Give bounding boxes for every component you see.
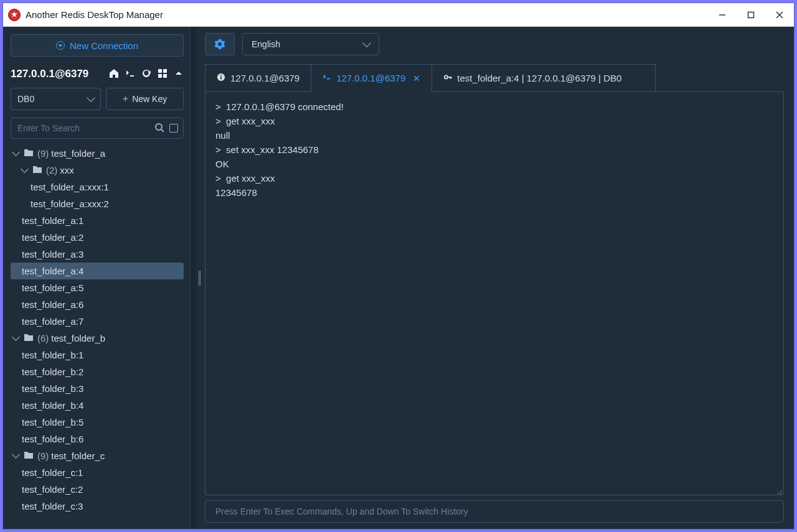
tree-folder[interactable]: (2) xxx xyxy=(11,162,184,179)
tree-key[interactable]: test_folder_c:1 xyxy=(11,464,184,481)
db-select[interactable]: DB0 xyxy=(11,88,101,110)
console-output[interactable]: > 127.0.0.1@6379 connected!> get xxx_xxx… xyxy=(205,92,784,495)
search-input-wrapper xyxy=(11,118,184,139)
tree-key[interactable]: test_folder_a:6 xyxy=(11,296,184,313)
minimize-button[interactable] xyxy=(708,3,737,27)
connection-name[interactable]: 127.0.0.1@6379 xyxy=(11,68,103,80)
folder-icon xyxy=(24,450,34,461)
caret-down-icon xyxy=(12,333,20,341)
home-icon[interactable] xyxy=(109,68,119,80)
svg-rect-6 xyxy=(158,74,162,78)
console-line: > get xxx_xxx xyxy=(215,114,773,128)
main-area: English 127.0.0.1@6379127.0.0.1@6379✕tes… xyxy=(202,27,794,529)
language-select[interactable]: English xyxy=(242,33,379,55)
new-key-button[interactable]: + New Key xyxy=(106,88,184,110)
console-line: OK xyxy=(215,157,773,171)
search-icon[interactable] xyxy=(154,123,164,134)
tree-key[interactable]: test_folder_b:4 xyxy=(11,397,184,414)
resize-handle-icon[interactable] xyxy=(775,486,782,493)
key-label: test_folder_a:3 xyxy=(22,249,83,259)
search-input[interactable] xyxy=(16,123,149,134)
tree-key[interactable]: test_folder_a:xxx:2 xyxy=(11,195,184,212)
key-icon xyxy=(443,73,452,83)
info-icon xyxy=(217,73,225,83)
tree-key[interactable]: test_folder_a:3 xyxy=(11,246,184,263)
svg-rect-11 xyxy=(220,77,222,79)
svg-rect-7 xyxy=(163,74,167,78)
key-label: test_folder_b:2 xyxy=(22,366,83,377)
refresh-icon[interactable] xyxy=(141,68,151,80)
caret-down-icon xyxy=(21,165,29,173)
key-tree[interactable]: (9) test_folder_a(2) xxxtest_folder_a:xx… xyxy=(11,145,184,529)
folder-label: test_folder_a xyxy=(51,148,105,159)
tree-key[interactable]: test_folder_c:3 xyxy=(11,498,184,515)
new-connection-label: New Connection xyxy=(70,40,138,51)
folder-label: xxx xyxy=(60,165,74,175)
db-select-value: DB0 xyxy=(17,94,34,104)
app-logo-icon: ★ xyxy=(8,9,21,21)
folder-icon xyxy=(24,333,34,343)
console-line: null xyxy=(215,128,773,142)
tree-key[interactable]: test_folder_b:3 xyxy=(11,380,184,397)
tree-key[interactable]: test_folder_c:2 xyxy=(11,481,184,498)
tree-key[interactable]: test_folder_b:2 xyxy=(11,363,184,380)
command-input[interactable] xyxy=(214,506,775,517)
folder-count: (6) xyxy=(37,333,49,343)
key-label: test_folder_b:3 xyxy=(22,383,83,394)
console-line: > 127.0.0.1@6379 connected! xyxy=(215,100,773,114)
key-label: test_folder_a:5 xyxy=(22,282,83,293)
console-line: 12345678 xyxy=(215,185,773,200)
svg-rect-4 xyxy=(158,69,162,73)
folder-count: (9) xyxy=(37,450,49,461)
tab[interactable]: 127.0.0.1@6379 xyxy=(205,64,311,91)
tab-label: 127.0.0.1@6379 xyxy=(336,73,405,83)
settings-button[interactable] xyxy=(205,33,235,55)
console-line: > get xxx_xxx xyxy=(215,171,773,185)
collapse-icon[interactable] xyxy=(174,68,184,80)
console-line: > set xxx_xxx 12345678 xyxy=(215,142,773,157)
tree-folder[interactable]: (9) test_folder_a xyxy=(11,145,184,162)
svg-point-13 xyxy=(445,75,448,78)
key-label: test_folder_a:1 xyxy=(22,215,83,226)
sidebar-scrollbar[interactable] xyxy=(190,27,196,529)
key-label: test_folder_a:7 xyxy=(22,316,83,327)
plus-circle-icon xyxy=(56,41,65,50)
grid-icon[interactable] xyxy=(158,68,167,80)
tree-folder[interactable]: (6) test_folder_b xyxy=(11,330,184,347)
svg-line-9 xyxy=(161,129,164,132)
tree-key[interactable]: test_folder_a:7 xyxy=(11,313,184,330)
exact-match-checkbox[interactable] xyxy=(169,124,178,133)
folder-label: test_folder_c xyxy=(51,450,105,461)
new-connection-button[interactable]: New Connection xyxy=(11,34,184,57)
tree-key[interactable]: test_folder_a:5 xyxy=(11,279,184,296)
chevron-down-icon xyxy=(87,93,95,102)
terminal-icon[interactable] xyxy=(125,68,135,80)
command-input-wrapper xyxy=(205,500,784,523)
key-label: test_folder_c:2 xyxy=(22,484,83,495)
svg-rect-12 xyxy=(220,75,222,77)
tree-key[interactable]: test_folder_b:1 xyxy=(11,347,184,363)
tab[interactable]: test_folder_a:4 | 127.0.0.1@6379 | DB0 xyxy=(432,64,656,91)
tree-key[interactable]: test_folder_b:6 xyxy=(11,431,184,447)
key-label: test_folder_a:2 xyxy=(22,232,83,243)
key-label: test_folder_a:6 xyxy=(22,299,83,310)
tree-folder[interactable]: (9) test_folder_c xyxy=(11,447,184,464)
pane-splitter[interactable] xyxy=(196,27,202,529)
plus-icon: + xyxy=(123,93,128,105)
tree-key[interactable]: test_folder_a:2 xyxy=(11,229,184,246)
caret-down-icon xyxy=(12,450,20,459)
svg-line-14 xyxy=(776,490,782,495)
tab[interactable]: 127.0.0.1@6379✕ xyxy=(311,64,432,91)
tree-key[interactable]: test_folder_a:4 xyxy=(11,263,184,279)
folder-icon xyxy=(32,165,42,175)
key-label: test_folder_c:3 xyxy=(22,501,83,511)
tree-key[interactable]: test_folder_a:xxx:1 xyxy=(11,179,184,195)
tree-key[interactable]: test_folder_b:5 xyxy=(11,414,184,431)
close-button[interactable] xyxy=(765,3,794,27)
folder-label: test_folder_b xyxy=(51,333,105,343)
tree-key[interactable]: test_folder_a:1 xyxy=(11,212,184,229)
tab-label: 127.0.0.1@6379 xyxy=(230,73,299,83)
folder-icon xyxy=(24,148,34,159)
tab-close-icon[interactable]: ✕ xyxy=(413,73,420,83)
maximize-button[interactable] xyxy=(737,3,765,27)
